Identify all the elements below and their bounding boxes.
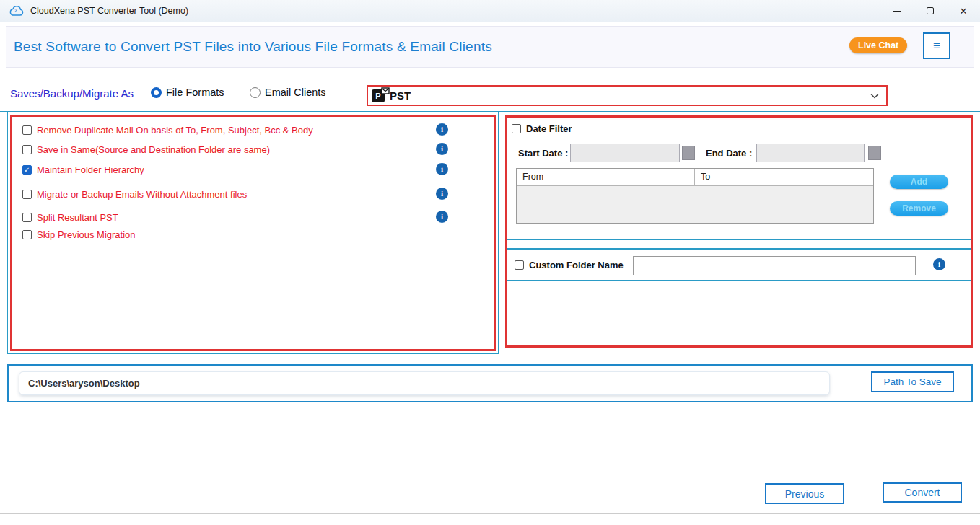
skip-previous-checkbox[interactable]: ✓ <box>22 230 32 239</box>
end-date-label: End Date : <box>706 148 752 159</box>
cloud-logo-icon: 2 <box>9 5 25 17</box>
save-in-same-checkbox[interactable]: ✓ <box>22 145 32 154</box>
save-path-input[interactable] <box>19 371 830 395</box>
start-date-input[interactable] <box>570 144 680 162</box>
radio-file-formats-dot <box>151 87 162 98</box>
save-as-label: Saves/Backup/Migrate As <box>10 87 134 100</box>
path-bar: Path To Save <box>7 364 973 402</box>
date-filter-label: Date Filter <box>526 123 572 134</box>
info-icon[interactable]: i <box>436 211 448 223</box>
without-attachments-checkbox[interactable]: ✓ <box>22 190 32 199</box>
format-dropdown-value: PST <box>390 89 411 102</box>
option-label: Remove Duplicate Mail On basis of To, Fr… <box>37 125 313 136</box>
end-date-calendar-button[interactable] <box>868 146 881 160</box>
remove-duplicate-checkbox[interactable]: ✓ <box>22 125 32 135</box>
from-to-table-header: From To <box>517 169 873 186</box>
chevron-down-icon <box>870 93 879 99</box>
split-pst-checkbox[interactable]: ✓ <box>22 213 32 222</box>
svg-text:2: 2 <box>14 8 17 13</box>
option-label: Migrate or Backup Emails Without Attachm… <box>37 189 247 200</box>
custom-folder-section: ✓ Custom Folder Name i <box>507 248 971 281</box>
minimize-button[interactable] <box>880 0 914 22</box>
maximize-button[interactable] <box>914 0 947 22</box>
radio-file-formats[interactable]: File Formats <box>151 87 224 98</box>
date-range-row: Start Date : End Date : <box>507 144 971 164</box>
info-icon[interactable]: i <box>933 258 945 270</box>
custom-folder-input[interactable] <box>633 256 916 275</box>
page-title: Best Software to Convert PST Files into … <box>14 39 492 55</box>
live-chat-button[interactable]: Live Chat <box>849 38 907 53</box>
maximize-icon <box>927 7 934 14</box>
from-to-table[interactable]: From To <box>516 168 874 224</box>
column-header-from: From <box>517 169 695 185</box>
maintain-hierarchy-checkbox[interactable]: ✓ <box>22 165 32 175</box>
option-save-in-same: ✓ Save in Same(Source and Destination Fo… <box>22 144 494 155</box>
info-icon[interactable]: i <box>436 163 448 175</box>
option-label: Split Resultant PST <box>37 212 118 223</box>
radio-email-clients-dot <box>250 87 261 98</box>
section-divider <box>0 111 980 112</box>
option-skip-previous: ✓ Skip Previous Migration <box>22 229 494 240</box>
format-dropdown[interactable]: P PST <box>367 85 888 106</box>
window-title: CloudXena PST Converter Tool (Demo) <box>30 6 188 16</box>
remove-button[interactable]: Remove <box>890 201 948 216</box>
date-filter-panel: ✓ Date Filter Start Date : End Date : Fr… <box>505 115 973 348</box>
close-button[interactable]: ✕ <box>947 0 980 22</box>
custom-folder-option: ✓ Custom Folder Name <box>515 260 624 270</box>
info-icon[interactable]: i <box>436 143 448 155</box>
date-filter-checkbox[interactable]: ✓ <box>512 124 521 133</box>
previous-button[interactable]: Previous <box>765 483 844 504</box>
footer-divider <box>0 513 980 514</box>
option-label: Skip Previous Migration <box>37 229 136 240</box>
option-maintain-hierarchy: ✓ Maintain Folder Hierarchy i <box>22 164 494 175</box>
radio-email-clients-label: Email Clients <box>265 87 326 98</box>
option-label: Maintain Folder Hierarchy <box>37 164 144 175</box>
path-to-save-button[interactable]: Path To Save <box>871 371 954 392</box>
radio-file-formats-label: File Formats <box>166 87 224 98</box>
hamburger-icon: ≡ <box>933 39 940 53</box>
custom-folder-label: Custom Folder Name <box>529 260 624 270</box>
filter-section-divider <box>507 239 971 240</box>
option-without-attachments: ✓ Migrate or Backup Emails Without Attac… <box>22 188 494 200</box>
start-date-calendar-button[interactable] <box>682 146 695 160</box>
close-icon: ✕ <box>960 6 968 17</box>
envelope-icon <box>381 87 390 94</box>
column-header-to: To <box>695 169 873 185</box>
convert-button[interactable]: Convert <box>883 482 962 503</box>
menu-button[interactable]: ≡ <box>923 32 950 59</box>
conversion-options-panel: ✓ Remove Duplicate Mail On basis of To, … <box>10 115 496 351</box>
start-date-label: Start Date : <box>518 148 568 159</box>
minimize-icon <box>893 11 901 12</box>
option-remove-duplicate: ✓ Remove Duplicate Mail On basis of To, … <box>22 124 494 136</box>
radio-email-clients[interactable]: Email Clients <box>250 87 326 98</box>
title-bar: 2 CloudXena PST Converter Tool (Demo) ✕ <box>0 0 980 22</box>
pst-file-icon: P <box>372 89 385 102</box>
info-icon[interactable]: i <box>436 188 448 200</box>
app-header: Best Software to Convert PST Files into … <box>6 26 974 68</box>
option-label: Save in Same(Source and Destination Fold… <box>37 144 270 155</box>
info-icon[interactable]: i <box>436 123 448 136</box>
add-button[interactable]: Add <box>890 175 948 189</box>
option-split-pst: ✓ Split Resultant PST i <box>22 211 494 223</box>
app-window: 2 CloudXena PST Converter Tool (Demo) ✕ … <box>0 0 980 525</box>
window-controls: ✕ <box>880 0 980 22</box>
custom-folder-checkbox[interactable]: ✓ <box>515 260 524 270</box>
date-filter-option: ✓ Date Filter <box>512 123 572 134</box>
end-date-input[interactable] <box>756 144 865 162</box>
